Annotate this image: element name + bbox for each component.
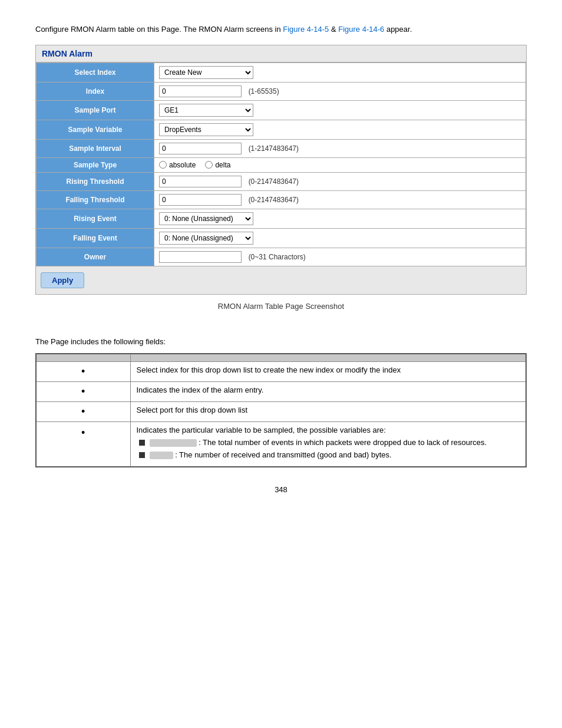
rising-threshold-hint: (0-2147483647) bbox=[249, 177, 299, 186]
field-bullet-2: • bbox=[36, 381, 130, 401]
select-index-cell: Create New bbox=[154, 62, 526, 82]
sub-list-item: : The number of received and transmitted… bbox=[139, 450, 520, 459]
table-row: • Select port for this drop down list bbox=[36, 401, 526, 421]
square-bullet-icon bbox=[139, 452, 145, 458]
field-desc-1: Select index for this drop down list to … bbox=[130, 361, 526, 381]
table-row: Owner (0~31 Charactors) bbox=[37, 248, 526, 266]
table-row: Sample Type absolute delta bbox=[37, 157, 526, 172]
table-row: • Indicates the particular variable to b… bbox=[36, 421, 526, 467]
rmon-alarm-title: RMON Alarm bbox=[36, 45, 526, 62]
select-index-dropdown[interactable]: Create New bbox=[159, 66, 253, 79]
field-bullet-3: • bbox=[36, 401, 130, 421]
sample-type-radio-group: absolute delta bbox=[159, 161, 521, 169]
sample-port-label: Sample Port bbox=[37, 100, 154, 120]
sample-type-label: Sample Type bbox=[37, 157, 154, 172]
caption: RMON Alarm Table Page Screenshot bbox=[35, 302, 527, 311]
falling-threshold-input[interactable] bbox=[159, 194, 242, 206]
fields-table: • Select index for this drop down list t… bbox=[35, 353, 527, 467]
sample-variable-cell: DropEvents bbox=[154, 120, 526, 139]
table-row: • Select index for this drop down list t… bbox=[36, 361, 526, 381]
field-desc-4: Indicates the particular variable to be … bbox=[130, 421, 526, 467]
owner-label: Owner bbox=[37, 248, 154, 266]
rmon-alarm-box: RMON Alarm Select Index Create New Index… bbox=[35, 45, 527, 295]
sample-variable-dropdown[interactable]: DropEvents bbox=[159, 123, 253, 136]
falling-threshold-hint: (0-2147483647) bbox=[249, 196, 299, 204]
sample-port-dropdown[interactable]: GE1 bbox=[159, 104, 253, 117]
falling-threshold-label: Falling Threshold bbox=[37, 190, 154, 209]
table-row: Select Index Create New bbox=[37, 62, 526, 82]
rising-event-cell: 0: None (Unassigned) bbox=[154, 209, 526, 228]
placeholder-octets bbox=[150, 452, 173, 459]
sample-port-cell: GE1 bbox=[154, 100, 526, 120]
table-row: Falling Threshold (0-2147483647) bbox=[37, 190, 526, 209]
table-row: Sample Port GE1 bbox=[37, 100, 526, 120]
sample-variable-label: Sample Variable bbox=[37, 120, 154, 139]
sample-interval-label: Sample Interval bbox=[37, 139, 154, 157]
owner-cell: (0~31 Charactors) bbox=[154, 248, 526, 266]
falling-event-cell: 0: None (Unassigned) bbox=[154, 228, 526, 248]
index-cell: (1-65535) bbox=[154, 82, 526, 100]
radio-delta-label[interactable]: delta bbox=[205, 161, 230, 169]
index-label: Index bbox=[37, 82, 154, 100]
intro-text: Configure RMON Alarm table on this Page.… bbox=[35, 24, 527, 35]
page-number: 348 bbox=[35, 485, 527, 494]
sub-item-2-text: : The number of received and transmitted… bbox=[150, 450, 392, 459]
sub-list: : The total number of events in which pa… bbox=[137, 438, 520, 459]
fields-intro: The Page includes the following fields: bbox=[35, 337, 527, 346]
apply-button[interactable]: Apply bbox=[41, 272, 84, 288]
field-bullet-1: • bbox=[36, 361, 130, 381]
table-row: Sample Variable DropEvents bbox=[37, 120, 526, 139]
figure-4-14-6-link[interactable]: Figure 4-14-6 bbox=[338, 25, 384, 34]
table-row: Sample Interval (1-2147483647) bbox=[37, 139, 526, 157]
rmon-alarm-table: Select Index Create New Index (1-65535) … bbox=[36, 62, 526, 266]
field-desc-2: Indicates the index of the alarm entry. bbox=[130, 381, 526, 401]
placeholder-dropevents bbox=[150, 439, 197, 447]
col2-header bbox=[130, 354, 526, 362]
rising-threshold-label: Rising Threshold bbox=[37, 172, 154, 190]
index-input[interactable] bbox=[159, 85, 242, 97]
figure-4-14-5-link[interactable]: Figure 4-14-5 bbox=[283, 25, 329, 34]
square-bullet-icon bbox=[139, 440, 145, 446]
rising-event-dropdown[interactable]: 0: None (Unassigned) bbox=[159, 212, 253, 225]
select-index-label: Select Index bbox=[37, 62, 154, 82]
radio-absolute-label[interactable]: absolute bbox=[159, 161, 196, 169]
index-hint: (1-65535) bbox=[249, 87, 279, 95]
sub-item-1-text: : The total number of events in which pa… bbox=[150, 438, 487, 447]
sample-type-cell: absolute delta bbox=[154, 157, 526, 172]
falling-event-label: Falling Event bbox=[37, 228, 154, 248]
table-row: Falling Event 0: None (Unassigned) bbox=[37, 228, 526, 248]
field-desc-3: Select port for this drop down list bbox=[130, 401, 526, 421]
fields-table-header-row bbox=[36, 354, 526, 362]
table-row: Rising Threshold (0-2147483647) bbox=[37, 172, 526, 190]
sample-interval-hint: (1-2147483647) bbox=[249, 144, 299, 153]
owner-hint: (0~31 Charactors) bbox=[249, 253, 306, 261]
radio-delta[interactable] bbox=[205, 161, 213, 169]
col1-header bbox=[36, 354, 130, 362]
sample-interval-cell: (1-2147483647) bbox=[154, 139, 526, 157]
field-bullet-4: • bbox=[36, 421, 130, 467]
falling-event-dropdown[interactable]: 0: None (Unassigned) bbox=[159, 232, 253, 245]
rising-event-label: Rising Event bbox=[37, 209, 154, 228]
rising-threshold-cell: (0-2147483647) bbox=[154, 172, 526, 190]
owner-input[interactable] bbox=[159, 251, 242, 263]
radio-absolute[interactable] bbox=[159, 161, 167, 169]
table-row: Rising Event 0: None (Unassigned) bbox=[37, 209, 526, 228]
table-row: • Indicates the index of the alarm entry… bbox=[36, 381, 526, 401]
table-row: Index (1-65535) bbox=[37, 82, 526, 100]
rising-threshold-input[interactable] bbox=[159, 176, 242, 187]
falling-threshold-cell: (0-2147483647) bbox=[154, 190, 526, 209]
sample-interval-input[interactable] bbox=[159, 143, 242, 154]
sub-list-item: : The total number of events in which pa… bbox=[139, 438, 520, 447]
apply-button-container: Apply bbox=[36, 266, 526, 294]
